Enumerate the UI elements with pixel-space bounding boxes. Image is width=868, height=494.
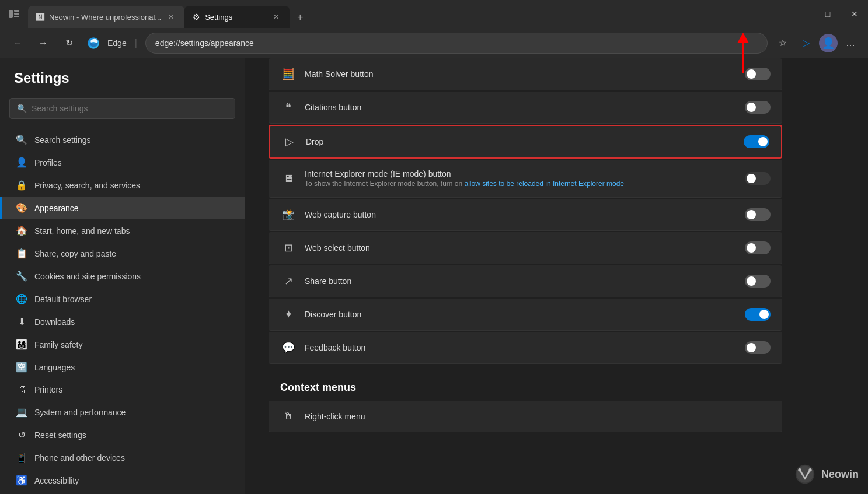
row-label-block-share: Share button	[305, 276, 737, 286]
nav-label-default: Default browser	[34, 295, 92, 304]
settings-sidebar: Settings 🔍 🔍 Search settings 👤 Profiles …	[0, 58, 245, 494]
toggle-discover[interactable]	[745, 308, 771, 321]
profile-icon: 👤	[822, 37, 835, 50]
sidebar-item-default[interactable]: 🌐 Default browser	[0, 288, 245, 310]
nav-icon-downloads: ⬇	[16, 316, 27, 327]
settings-row-math-solver: 🧮 Math Solver button	[269, 58, 782, 90]
settings-title: Settings	[0, 70, 245, 98]
row-icon-share: ↗	[280, 275, 297, 288]
forward-icon: →	[39, 38, 48, 48]
share-drop-button[interactable]: ▷	[796, 33, 817, 54]
new-tab-button[interactable]: +	[290, 7, 311, 28]
sidebar-item-profiles[interactable]: 👤 Profiles	[0, 151, 245, 174]
sidebar-item-languages[interactable]: 🈳 Languages	[0, 356, 245, 379]
settings-row-web-select: ⊡ Web select button	[269, 232, 782, 264]
row-icon-web-capture: 📸	[280, 208, 297, 221]
row-label-block-ie-mode: Internet Explorer mode (IE mode) button …	[305, 169, 737, 188]
context-menus-header: Context menus	[269, 365, 782, 401]
nav-icon-languages: 🈳	[16, 362, 27, 373]
sidebar-toggle-btn[interactable]	[0, 0, 28, 28]
addressbar-actions: ☆ ▷ 👤 …	[772, 33, 861, 54]
toggle-drop[interactable]	[744, 135, 769, 148]
row-label-web-capture: Web capture button	[305, 210, 737, 219]
sidebar-item-phone[interactable]: 📱 Phone and other devices	[0, 446, 245, 469]
minimize-button[interactable]: —	[787, 0, 814, 28]
row-label-share: Share button	[305, 276, 737, 286]
row-label-discover: Discover button	[305, 310, 737, 319]
nav-icon-profiles: 👤	[16, 157, 27, 168]
sidebar-item-appearance[interactable]: 🎨 Appearance	[0, 197, 245, 219]
row-label-block-web-capture: Web capture button	[305, 210, 737, 219]
settings-rows: 🧮 Math Solver button ❝ Citations button …	[269, 58, 782, 364]
toggle-math-solver[interactable]	[745, 68, 771, 80]
back-icon: ←	[13, 38, 22, 48]
sidebar-item-share[interactable]: 📋 Share, copy and paste	[0, 242, 245, 265]
row-icon-drop: ▷	[281, 135, 298, 148]
back-button[interactable]: ←	[7, 33, 28, 54]
tab-settings[interactable]: ⚙ Settings ✕	[184, 6, 290, 28]
share-drop-icon: ▷	[803, 37, 810, 48]
nav-label-printers: Printers	[34, 385, 62, 394]
nav-icon-printers: 🖨	[16, 384, 27, 395]
row-icon-math-solver: 🧮	[280, 68, 297, 80]
maximize-button[interactable]: □	[814, 0, 841, 28]
nav-icon-accessibility: ♿	[16, 475, 27, 486]
right-click-icon: 🖱	[280, 410, 297, 422]
sidebar-item-cookies[interactable]: 🔧 Cookies and site permissions	[0, 265, 245, 288]
sidebar-item-system[interactable]: 💻 System and performance	[0, 401, 245, 423]
refresh-button[interactable]: ↻	[58, 33, 79, 54]
refresh-icon: ↻	[65, 37, 73, 48]
more-button[interactable]: …	[840, 33, 861, 54]
profile-button[interactable]: 👤	[819, 34, 838, 52]
settings-row-citations: ❝ Citations button	[269, 92, 782, 124]
sidebar-item-search[interactable]: 🔍 Search settings	[0, 128, 245, 151]
ie-mode-link[interactable]: allow sites to be reloaded in Internet E…	[465, 180, 625, 188]
toggle-feedback[interactable]	[745, 341, 771, 354]
sidebar-item-printers[interactable]: 🖨 Printers	[0, 379, 245, 401]
address-divider: |	[135, 38, 137, 48]
nav-icon-search: 🔍	[16, 134, 27, 145]
row-icon-citations: ❝	[280, 101, 297, 114]
toggle-ie-mode[interactable]	[745, 172, 771, 185]
settings-row-web-capture: 📸 Web capture button	[269, 199, 782, 231]
nav-items-list: 🔍 Search settings 👤 Profiles 🔒 Privacy, …	[0, 128, 245, 492]
tab-neowin-close[interactable]: ✕	[166, 12, 176, 22]
tab-neowin[interactable]: 🅽 Neowin - Where unprofessional... ✕	[28, 6, 184, 28]
forward-button[interactable]: →	[33, 33, 54, 54]
nav-label-share: Share, copy and paste	[34, 249, 116, 258]
watermark-text: Neowin	[821, 468, 859, 481]
close-button[interactable]: ✕	[841, 0, 868, 28]
sidebar-item-reset[interactable]: ↺ Reset settings	[0, 423, 245, 446]
toggle-web-capture[interactable]	[745, 208, 771, 221]
search-settings-box[interactable]: 🔍	[9, 98, 235, 119]
tab-settings-label: Settings	[205, 13, 232, 22]
favorites-button[interactable]: ☆	[772, 33, 793, 54]
row-label-drop: Drop	[306, 137, 735, 146]
nav-icon-cookies: 🔧	[16, 271, 27, 282]
toggle-web-select[interactable]	[745, 241, 771, 254]
window-controls: — □ ✕	[787, 0, 868, 28]
nav-label-start: Start, home, and new tabs	[34, 226, 130, 236]
more-icon: …	[846, 38, 855, 48]
url-bar[interactable]: edge://settings/appearance	[145, 33, 768, 54]
toggle-citations[interactable]	[745, 101, 771, 114]
content-inner: 🧮 Math Solver button ❝ Citations button …	[245, 58, 806, 432]
row-label-block-math-solver: Math Solver button	[305, 69, 737, 79]
row-label-block-feedback: Feedback button	[305, 343, 737, 352]
tab-settings-close[interactable]: ✕	[271, 12, 281, 22]
sidebar-item-start[interactable]: 🏠 Start, home, and new tabs	[0, 219, 245, 242]
nav-label-profiles: Profiles	[34, 158, 62, 167]
sidebar-item-accessibility[interactable]: ♿ Accessibility	[0, 469, 245, 492]
sidebar-item-privacy[interactable]: 🔒 Privacy, search, and services	[0, 174, 245, 197]
toggle-share[interactable]	[745, 275, 771, 288]
row-label-block-web-select: Web select button	[305, 243, 737, 253]
row-icon-feedback: 💬	[280, 341, 297, 354]
row-label-feedback: Feedback button	[305, 343, 737, 352]
settings-content: 🧮 Math Solver button ❝ Citations button …	[245, 58, 868, 494]
main-area: Settings 🔍 🔍 Search settings 👤 Profiles …	[0, 58, 868, 494]
row-label-block-discover: Discover button	[305, 310, 737, 319]
search-settings-input[interactable]	[32, 104, 228, 113]
nav-icon-share: 📋	[16, 248, 27, 259]
sidebar-item-downloads[interactable]: ⬇ Downloads	[0, 310, 245, 333]
sidebar-item-family[interactable]: 👨‍👩‍👧 Family safety	[0, 333, 245, 356]
